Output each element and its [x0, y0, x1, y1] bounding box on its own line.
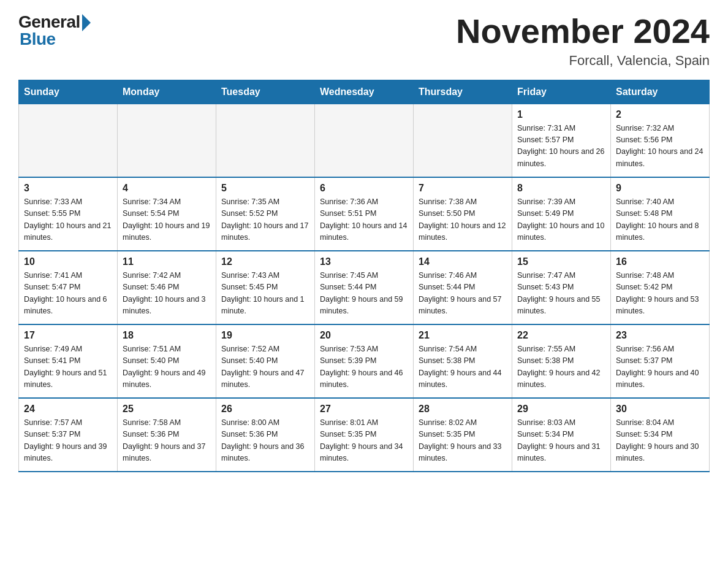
header-wednesday: Wednesday: [315, 80, 414, 104]
day-info: Sunrise: 7:32 AMSunset: 5:56 PMDaylight:…: [616, 123, 704, 170]
header-saturday: Saturday: [611, 80, 710, 104]
day-number: 14: [419, 256, 507, 267]
calendar-cell: 17Sunrise: 7:49 AMSunset: 5:41 PMDayligh…: [19, 324, 118, 398]
page-header: General Blue November 2024 Forcall, Vale…: [18, 12, 710, 69]
header-monday: Monday: [118, 80, 216, 104]
day-number: 25: [123, 404, 211, 415]
calendar-cell: 23Sunrise: 7:56 AMSunset: 5:37 PMDayligh…: [611, 324, 710, 398]
day-info: Sunrise: 7:43 AMSunset: 5:45 PMDaylight:…: [221, 270, 309, 318]
day-info: Sunrise: 8:00 AMSunset: 5:36 PMDaylight:…: [221, 417, 309, 465]
logo: General Blue: [18, 12, 91, 49]
day-number: 7: [419, 183, 507, 194]
day-number: 21: [419, 330, 507, 341]
calendar-cell: 14Sunrise: 7:46 AMSunset: 5:44 PMDayligh…: [414, 251, 512, 324]
day-number: 30: [616, 404, 704, 415]
header-friday: Friday: [512, 80, 611, 104]
logo-arrow-icon: [82, 14, 91, 31]
calendar-cell: 26Sunrise: 8:00 AMSunset: 5:36 PMDayligh…: [216, 398, 315, 472]
day-info: Sunrise: 7:47 AMSunset: 5:43 PMDaylight:…: [517, 270, 605, 318]
day-number: 28: [419, 404, 507, 415]
calendar-cell: 21Sunrise: 7:54 AMSunset: 5:38 PMDayligh…: [414, 324, 512, 398]
calendar-cell: 25Sunrise: 7:58 AMSunset: 5:36 PMDayligh…: [118, 398, 216, 472]
day-number: 9: [616, 183, 704, 194]
day-number: 4: [123, 183, 211, 194]
day-info: Sunrise: 7:35 AMSunset: 5:52 PMDaylight:…: [221, 196, 309, 244]
header-sunday: Sunday: [19, 80, 118, 104]
day-info: Sunrise: 7:45 AMSunset: 5:44 PMDaylight:…: [320, 270, 408, 318]
calendar-header: Sunday Monday Tuesday Wednesday Thursday…: [19, 80, 710, 104]
calendar-cell: [414, 104, 512, 177]
weekday-header-row: Sunday Monday Tuesday Wednesday Thursday…: [19, 80, 710, 104]
calendar-cell: 4Sunrise: 7:34 AMSunset: 5:54 PMDaylight…: [118, 177, 216, 251]
day-number: 3: [24, 183, 112, 194]
day-info: Sunrise: 7:38 AMSunset: 5:50 PMDaylight:…: [419, 196, 507, 244]
day-number: 20: [320, 330, 408, 341]
day-number: 15: [517, 256, 605, 267]
calendar-cell: [19, 104, 118, 177]
day-info: Sunrise: 7:58 AMSunset: 5:36 PMDaylight:…: [123, 417, 211, 465]
calendar-week-row: 24Sunrise: 7:57 AMSunset: 5:37 PMDayligh…: [19, 398, 710, 472]
day-number: 23: [616, 330, 704, 341]
calendar-week-row: 1Sunrise: 7:31 AMSunset: 5:57 PMDaylight…: [19, 104, 710, 177]
calendar-cell: [315, 104, 414, 177]
day-info: Sunrise: 7:46 AMSunset: 5:44 PMDaylight:…: [419, 270, 507, 318]
calendar-cell: 20Sunrise: 7:53 AMSunset: 5:39 PMDayligh…: [315, 324, 414, 398]
calendar-cell: 6Sunrise: 7:36 AMSunset: 5:51 PMDaylight…: [315, 177, 414, 251]
day-number: 19: [221, 330, 309, 341]
day-number: 6: [320, 183, 408, 194]
calendar-cell: 2Sunrise: 7:32 AMSunset: 5:56 PMDaylight…: [611, 104, 710, 177]
calendar-cell: 3Sunrise: 7:33 AMSunset: 5:55 PMDaylight…: [19, 177, 118, 251]
header-tuesday: Tuesday: [216, 80, 315, 104]
calendar-cell: 16Sunrise: 7:48 AMSunset: 5:42 PMDayligh…: [611, 251, 710, 324]
day-info: Sunrise: 7:41 AMSunset: 5:47 PMDaylight:…: [24, 270, 112, 318]
day-info: Sunrise: 7:55 AMSunset: 5:38 PMDaylight:…: [517, 343, 605, 391]
calendar-cell: 12Sunrise: 7:43 AMSunset: 5:45 PMDayligh…: [216, 251, 315, 324]
calendar-table: Sunday Monday Tuesday Wednesday Thursday…: [18, 80, 710, 473]
day-info: Sunrise: 7:56 AMSunset: 5:37 PMDaylight:…: [616, 343, 704, 391]
day-number: 17: [24, 330, 112, 341]
calendar-cell: 24Sunrise: 7:57 AMSunset: 5:37 PMDayligh…: [19, 398, 118, 472]
calendar-cell: 19Sunrise: 7:52 AMSunset: 5:40 PMDayligh…: [216, 324, 315, 398]
day-info: Sunrise: 7:31 AMSunset: 5:57 PMDaylight:…: [517, 123, 605, 170]
month-title: November 2024: [456, 12, 710, 50]
calendar-cell: 11Sunrise: 7:42 AMSunset: 5:46 PMDayligh…: [118, 251, 216, 324]
day-number: 26: [221, 404, 309, 415]
day-number: 8: [517, 183, 605, 194]
day-number: 1: [517, 109, 605, 120]
day-info: Sunrise: 7:42 AMSunset: 5:46 PMDaylight:…: [123, 270, 211, 318]
day-info: Sunrise: 7:54 AMSunset: 5:38 PMDaylight:…: [419, 343, 507, 391]
day-number: 24: [24, 404, 112, 415]
calendar-week-row: 10Sunrise: 7:41 AMSunset: 5:47 PMDayligh…: [19, 251, 710, 324]
header-right: November 2024 Forcall, Valencia, Spain: [456, 12, 710, 69]
day-info: Sunrise: 7:48 AMSunset: 5:42 PMDaylight:…: [616, 270, 704, 318]
calendar-cell: 28Sunrise: 8:02 AMSunset: 5:35 PMDayligh…: [414, 398, 512, 472]
day-info: Sunrise: 7:36 AMSunset: 5:51 PMDaylight:…: [320, 196, 408, 244]
calendar-cell: 30Sunrise: 8:04 AMSunset: 5:34 PMDayligh…: [611, 398, 710, 472]
day-info: Sunrise: 8:03 AMSunset: 5:34 PMDaylight:…: [517, 417, 605, 465]
calendar-cell: 29Sunrise: 8:03 AMSunset: 5:34 PMDayligh…: [512, 398, 611, 472]
calendar-cell: 13Sunrise: 7:45 AMSunset: 5:44 PMDayligh…: [315, 251, 414, 324]
day-number: 27: [320, 404, 408, 415]
calendar-cell: 8Sunrise: 7:39 AMSunset: 5:49 PMDaylight…: [512, 177, 611, 251]
day-number: 10: [24, 256, 112, 267]
calendar-cell: 27Sunrise: 8:01 AMSunset: 5:35 PMDayligh…: [315, 398, 414, 472]
day-number: 2: [616, 109, 704, 120]
calendar-cell: 9Sunrise: 7:40 AMSunset: 5:48 PMDaylight…: [611, 177, 710, 251]
day-info: Sunrise: 8:04 AMSunset: 5:34 PMDaylight:…: [616, 417, 704, 465]
calendar-week-row: 3Sunrise: 7:33 AMSunset: 5:55 PMDaylight…: [19, 177, 710, 251]
calendar-week-row: 17Sunrise: 7:49 AMSunset: 5:41 PMDayligh…: [19, 324, 710, 398]
location: Forcall, Valencia, Spain: [456, 53, 710, 69]
calendar-body: 1Sunrise: 7:31 AMSunset: 5:57 PMDaylight…: [19, 104, 710, 472]
day-number: 11: [123, 256, 211, 267]
calendar-cell: 22Sunrise: 7:55 AMSunset: 5:38 PMDayligh…: [512, 324, 611, 398]
day-number: 16: [616, 256, 704, 267]
calendar-cell: 15Sunrise: 7:47 AMSunset: 5:43 PMDayligh…: [512, 251, 611, 324]
day-info: Sunrise: 7:49 AMSunset: 5:41 PMDaylight:…: [24, 343, 112, 391]
day-number: 13: [320, 256, 408, 267]
header-thursday: Thursday: [414, 80, 512, 104]
calendar-cell: [216, 104, 315, 177]
calendar-cell: 7Sunrise: 7:38 AMSunset: 5:50 PMDaylight…: [414, 177, 512, 251]
calendar-cell: 18Sunrise: 7:51 AMSunset: 5:40 PMDayligh…: [118, 324, 216, 398]
day-number: 5: [221, 183, 309, 194]
calendar-cell: 10Sunrise: 7:41 AMSunset: 5:47 PMDayligh…: [19, 251, 118, 324]
